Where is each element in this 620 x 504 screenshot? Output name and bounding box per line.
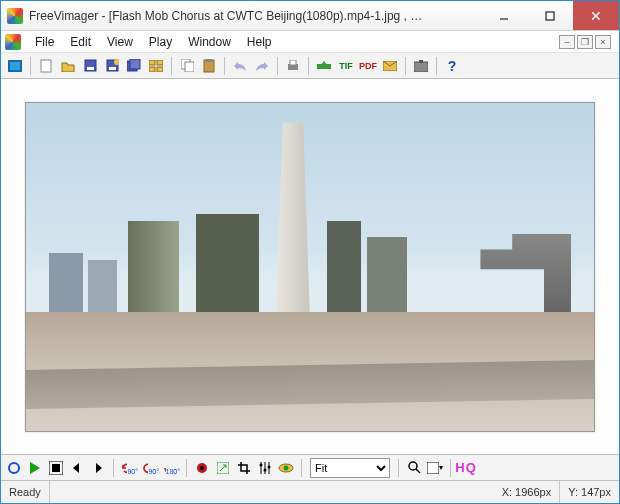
- play-icon[interactable]: [26, 459, 44, 477]
- paste-icon[interactable]: [199, 56, 219, 76]
- stop-square-icon[interactable]: [47, 459, 65, 477]
- thumbnail-icon[interactable]: [146, 56, 166, 76]
- svg-rect-8: [109, 67, 116, 70]
- window-title: FreeVimager - [Flash Mob Chorus at CWTC …: [29, 9, 481, 23]
- menu-play[interactable]: Play: [141, 33, 180, 51]
- status-y: Y: 147px: [560, 481, 619, 503]
- main-toolbar: TIF PDF ?: [1, 53, 619, 79]
- svg-point-39: [284, 465, 289, 470]
- titlebar: FreeVimager - [Flash Mob Chorus at CWTC …: [1, 1, 619, 31]
- svg-rect-13: [157, 60, 163, 65]
- scanner-icon[interactable]: [314, 56, 334, 76]
- redeye-icon[interactable]: [193, 459, 211, 477]
- svg-rect-1: [546, 12, 554, 20]
- zoom-select[interactable]: Fit: [310, 458, 390, 478]
- status-bar: Ready X: 1966px Y: 147px: [1, 481, 619, 503]
- menu-bar: File Edit View Play Window Help – ❐ ×: [1, 31, 619, 53]
- svg-rect-28: [52, 464, 60, 472]
- rotate-cw-icon[interactable]: 90°: [141, 459, 159, 477]
- svg-rect-3: [10, 62, 20, 70]
- svg-line-41: [416, 469, 420, 473]
- svg-rect-42: [427, 462, 439, 474]
- minimize-button[interactable]: [481, 1, 527, 30]
- svg-rect-12: [149, 60, 155, 65]
- menu-help[interactable]: Help: [239, 33, 280, 51]
- svg-rect-21: [290, 60, 296, 65]
- svg-point-35: [260, 463, 263, 466]
- maximize-button[interactable]: [527, 1, 573, 30]
- svg-point-26: [9, 463, 19, 473]
- save-as-icon[interactable]: [102, 56, 122, 76]
- menu-window[interactable]: Window: [180, 33, 239, 51]
- pdf-icon[interactable]: PDF: [358, 56, 378, 76]
- stop-icon[interactable]: [5, 459, 23, 477]
- app-icon: [7, 8, 23, 24]
- levels-icon[interactable]: [256, 459, 274, 477]
- control-toolbar: 90° 90° 180° Fit ▾ HQ: [1, 455, 619, 481]
- document-icon: [5, 34, 21, 50]
- copy-icon[interactable]: [177, 56, 197, 76]
- displayed-image: [25, 102, 595, 432]
- prev-icon[interactable]: [68, 459, 86, 477]
- eye-icon[interactable]: [277, 459, 295, 477]
- window-controls: ✕: [481, 1, 619, 30]
- new-icon[interactable]: [36, 56, 56, 76]
- mdi-minimize-button[interactable]: –: [559, 35, 575, 49]
- save-multi-icon[interactable]: [124, 56, 144, 76]
- hq-toggle-icon[interactable]: HQ: [457, 459, 475, 477]
- menu-file[interactable]: File: [27, 33, 62, 51]
- mdi-restore-button[interactable]: ❐: [577, 35, 593, 49]
- open-icon[interactable]: [58, 56, 78, 76]
- image-viewport[interactable]: [1, 79, 619, 455]
- next-icon[interactable]: [89, 459, 107, 477]
- undo-icon[interactable]: [230, 56, 250, 76]
- save-icon[interactable]: [80, 56, 100, 76]
- svg-rect-15: [157, 67, 163, 72]
- email-icon[interactable]: [380, 56, 400, 76]
- svg-point-40: [409, 462, 417, 470]
- svg-rect-19: [206, 59, 212, 62]
- crop-icon[interactable]: [235, 459, 253, 477]
- svg-rect-6: [87, 67, 94, 70]
- info-icon[interactable]: [411, 56, 431, 76]
- resize-icon[interactable]: [214, 459, 232, 477]
- status-ready: Ready: [1, 481, 50, 503]
- svg-rect-25: [419, 60, 423, 63]
- print-icon[interactable]: [283, 56, 303, 76]
- svg-point-30: [200, 466, 204, 470]
- rotate-180-icon[interactable]: 180°: [162, 459, 180, 477]
- menu-view[interactable]: View: [99, 33, 141, 51]
- svg-point-37: [268, 465, 271, 468]
- svg-point-36: [264, 468, 267, 471]
- svg-rect-17: [185, 62, 194, 72]
- redo-icon[interactable]: [252, 56, 272, 76]
- menu-edit[interactable]: Edit: [62, 33, 99, 51]
- svg-rect-24: [414, 62, 428, 72]
- tif-icon[interactable]: TIF: [336, 56, 356, 76]
- background-icon[interactable]: ▾: [426, 459, 444, 477]
- magnifier-icon[interactable]: [405, 459, 423, 477]
- app-window: FreeVimager - [Flash Mob Chorus at CWTC …: [0, 0, 620, 504]
- svg-rect-11: [130, 59, 140, 69]
- close-button[interactable]: ✕: [573, 1, 619, 30]
- fullscreen-icon[interactable]: [5, 56, 25, 76]
- mdi-close-button[interactable]: ×: [595, 35, 611, 49]
- svg-rect-4: [41, 60, 51, 72]
- rotate-ccw-icon[interactable]: 90°: [120, 459, 138, 477]
- status-x: X: 1966px: [494, 481, 561, 503]
- svg-rect-14: [149, 67, 155, 72]
- help-icon[interactable]: ?: [442, 56, 462, 76]
